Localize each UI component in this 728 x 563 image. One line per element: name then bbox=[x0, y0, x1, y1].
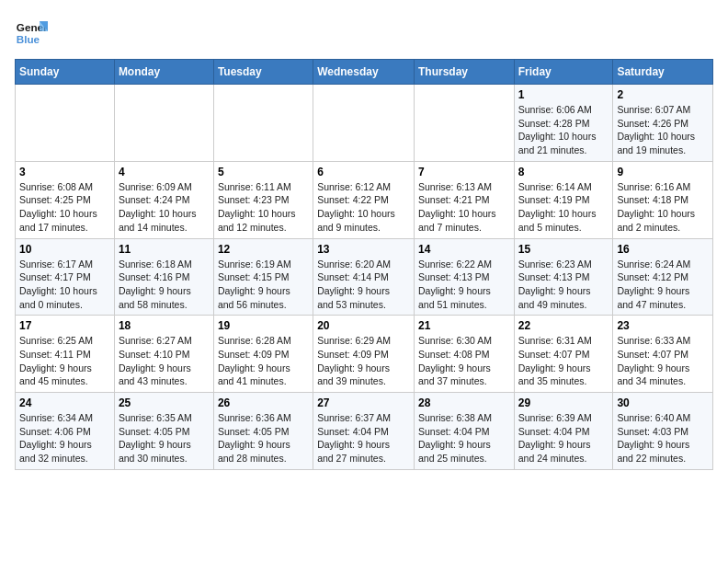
day-number: 3 bbox=[19, 166, 110, 178]
calendar-cell: 11Sunrise: 6:18 AM Sunset: 4:16 PM Dayli… bbox=[114, 238, 213, 316]
day-number: 22 bbox=[518, 319, 609, 332]
calendar-cell: 13Sunrise: 6:20 AM Sunset: 4:14 PM Dayli… bbox=[313, 238, 415, 316]
day-info: Sunrise: 6:07 AM Sunset: 4:26 PM Dayligh… bbox=[617, 103, 709, 157]
logo-icon: General Blue bbox=[15, 15, 48, 48]
day-number: 2 bbox=[617, 88, 709, 101]
day-number: 1 bbox=[518, 88, 609, 101]
calendar-cell bbox=[16, 85, 115, 162]
calendar-cell: 8Sunrise: 6:14 AM Sunset: 4:19 PM Daylig… bbox=[514, 161, 613, 238]
day-number: 7 bbox=[418, 166, 510, 178]
day-info: Sunrise: 6:25 AM Sunset: 4:11 PM Dayligh… bbox=[19, 334, 110, 388]
day-number: 9 bbox=[617, 166, 709, 178]
day-info: Sunrise: 6:34 AM Sunset: 4:06 PM Dayligh… bbox=[19, 411, 110, 465]
weekday-header-tuesday: Tuesday bbox=[213, 60, 313, 85]
calendar-cell: 1Sunrise: 6:06 AM Sunset: 4:28 PM Daylig… bbox=[514, 85, 613, 162]
calendar-cell bbox=[114, 85, 213, 162]
calendar-cell: 17Sunrise: 6:25 AM Sunset: 4:11 PM Dayli… bbox=[16, 316, 115, 393]
weekday-header-wednesday: Wednesday bbox=[313, 60, 415, 85]
day-info: Sunrise: 6:27 AM Sunset: 4:10 PM Dayligh… bbox=[119, 334, 210, 388]
calendar-cell: 6Sunrise: 6:12 AM Sunset: 4:22 PM Daylig… bbox=[313, 161, 415, 238]
weekday-header-friday: Friday bbox=[514, 60, 613, 85]
calendar-cell: 27Sunrise: 6:37 AM Sunset: 4:04 PM Dayli… bbox=[313, 393, 415, 470]
day-number: 4 bbox=[119, 166, 210, 178]
day-number: 5 bbox=[218, 166, 309, 178]
day-info: Sunrise: 6:38 AM Sunset: 4:04 PM Dayligh… bbox=[418, 411, 510, 465]
day-info: Sunrise: 6:09 AM Sunset: 4:24 PM Dayligh… bbox=[119, 180, 210, 235]
day-number: 14 bbox=[418, 243, 510, 256]
day-number: 12 bbox=[218, 243, 309, 256]
day-number: 24 bbox=[19, 396, 110, 409]
day-number: 20 bbox=[317, 319, 410, 332]
weekday-header-sunday: Sunday bbox=[16, 60, 115, 85]
day-info: Sunrise: 6:24 AM Sunset: 4:12 PM Dayligh… bbox=[617, 258, 709, 312]
day-number: 18 bbox=[119, 319, 210, 332]
calendar-table: SundayMondayTuesdayWednesdayThursdayFrid… bbox=[15, 59, 713, 470]
day-info: Sunrise: 6:11 AM Sunset: 4:23 PM Dayligh… bbox=[218, 180, 309, 235]
day-info: Sunrise: 6:18 AM Sunset: 4:16 PM Dayligh… bbox=[119, 258, 210, 312]
weekday-header-monday: Monday bbox=[114, 60, 213, 85]
day-number: 13 bbox=[317, 243, 410, 256]
day-number: 19 bbox=[218, 319, 309, 332]
calendar-cell bbox=[313, 85, 415, 162]
day-info: Sunrise: 6:16 AM Sunset: 4:18 PM Dayligh… bbox=[617, 180, 709, 235]
day-number: 26 bbox=[218, 396, 309, 409]
weekday-header-saturday: Saturday bbox=[613, 60, 713, 85]
calendar-cell: 19Sunrise: 6:28 AM Sunset: 4:09 PM Dayli… bbox=[213, 316, 313, 393]
calendar-cell: 22Sunrise: 6:31 AM Sunset: 4:07 PM Dayli… bbox=[514, 316, 613, 393]
day-info: Sunrise: 6:19 AM Sunset: 4:15 PM Dayligh… bbox=[218, 258, 309, 312]
calendar-cell: 26Sunrise: 6:36 AM Sunset: 4:05 PM Dayli… bbox=[213, 393, 313, 470]
day-info: Sunrise: 6:13 AM Sunset: 4:21 PM Dayligh… bbox=[418, 180, 510, 235]
calendar-cell: 20Sunrise: 6:29 AM Sunset: 4:09 PM Dayli… bbox=[313, 316, 415, 393]
day-info: Sunrise: 6:30 AM Sunset: 4:08 PM Dayligh… bbox=[418, 334, 510, 388]
calendar-cell: 24Sunrise: 6:34 AM Sunset: 4:06 PM Dayli… bbox=[16, 393, 115, 470]
calendar-cell: 18Sunrise: 6:27 AM Sunset: 4:10 PM Dayli… bbox=[114, 316, 213, 393]
calendar-cell: 7Sunrise: 6:13 AM Sunset: 4:21 PM Daylig… bbox=[414, 161, 514, 238]
logo: General Blue bbox=[15, 15, 48, 48]
day-number: 11 bbox=[119, 243, 210, 256]
day-info: Sunrise: 6:36 AM Sunset: 4:05 PM Dayligh… bbox=[218, 411, 309, 465]
day-number: 23 bbox=[617, 319, 709, 332]
day-info: Sunrise: 6:14 AM Sunset: 4:19 PM Dayligh… bbox=[518, 180, 609, 235]
calendar-cell: 5Sunrise: 6:11 AM Sunset: 4:23 PM Daylig… bbox=[213, 161, 313, 238]
day-number: 21 bbox=[418, 319, 510, 332]
day-number: 28 bbox=[418, 396, 510, 409]
day-number: 15 bbox=[518, 243, 609, 256]
day-info: Sunrise: 6:06 AM Sunset: 4:28 PM Dayligh… bbox=[518, 103, 609, 157]
svg-text:Blue: Blue bbox=[17, 33, 40, 45]
calendar-cell: 21Sunrise: 6:30 AM Sunset: 4:08 PM Dayli… bbox=[414, 316, 514, 393]
calendar-cell: 23Sunrise: 6:33 AM Sunset: 4:07 PM Dayli… bbox=[613, 316, 713, 393]
day-info: Sunrise: 6:31 AM Sunset: 4:07 PM Dayligh… bbox=[518, 334, 609, 388]
day-info: Sunrise: 6:33 AM Sunset: 4:07 PM Dayligh… bbox=[617, 334, 709, 388]
day-number: 30 bbox=[617, 396, 709, 409]
day-number: 8 bbox=[518, 166, 609, 178]
weekday-header-thursday: Thursday bbox=[414, 60, 514, 85]
calendar-cell bbox=[213, 85, 313, 162]
day-info: Sunrise: 6:29 AM Sunset: 4:09 PM Dayligh… bbox=[317, 334, 410, 388]
day-info: Sunrise: 6:35 AM Sunset: 4:05 PM Dayligh… bbox=[119, 411, 210, 465]
day-number: 6 bbox=[317, 166, 410, 178]
calendar-cell: 4Sunrise: 6:09 AM Sunset: 4:24 PM Daylig… bbox=[114, 161, 213, 238]
page-header: General Blue bbox=[15, 15, 713, 48]
calendar-cell: 3Sunrise: 6:08 AM Sunset: 4:25 PM Daylig… bbox=[16, 161, 115, 238]
day-info: Sunrise: 6:37 AM Sunset: 4:04 PM Dayligh… bbox=[317, 411, 410, 465]
calendar-cell: 14Sunrise: 6:22 AM Sunset: 4:13 PM Dayli… bbox=[414, 238, 514, 316]
calendar-cell: 16Sunrise: 6:24 AM Sunset: 4:12 PM Dayli… bbox=[613, 238, 713, 316]
calendar-cell: 15Sunrise: 6:23 AM Sunset: 4:13 PM Dayli… bbox=[514, 238, 613, 316]
day-number: 16 bbox=[617, 243, 709, 256]
day-info: Sunrise: 6:22 AM Sunset: 4:13 PM Dayligh… bbox=[418, 258, 510, 312]
calendar-cell bbox=[414, 85, 514, 162]
calendar-cell: 25Sunrise: 6:35 AM Sunset: 4:05 PM Dayli… bbox=[114, 393, 213, 470]
day-number: 10 bbox=[19, 243, 110, 256]
day-number: 27 bbox=[317, 396, 410, 409]
day-info: Sunrise: 6:39 AM Sunset: 4:04 PM Dayligh… bbox=[518, 411, 609, 465]
calendar-cell: 28Sunrise: 6:38 AM Sunset: 4:04 PM Dayli… bbox=[414, 393, 514, 470]
calendar-cell: 2Sunrise: 6:07 AM Sunset: 4:26 PM Daylig… bbox=[613, 85, 713, 162]
day-number: 17 bbox=[19, 319, 110, 332]
day-info: Sunrise: 6:17 AM Sunset: 4:17 PM Dayligh… bbox=[19, 258, 110, 312]
day-info: Sunrise: 6:28 AM Sunset: 4:09 PM Dayligh… bbox=[218, 334, 309, 388]
day-info: Sunrise: 6:23 AM Sunset: 4:13 PM Dayligh… bbox=[518, 258, 609, 312]
day-number: 29 bbox=[518, 396, 609, 409]
calendar-cell: 29Sunrise: 6:39 AM Sunset: 4:04 PM Dayli… bbox=[514, 393, 613, 470]
day-info: Sunrise: 6:12 AM Sunset: 4:22 PM Dayligh… bbox=[317, 180, 410, 235]
calendar-cell: 30Sunrise: 6:40 AM Sunset: 4:03 PM Dayli… bbox=[613, 393, 713, 470]
